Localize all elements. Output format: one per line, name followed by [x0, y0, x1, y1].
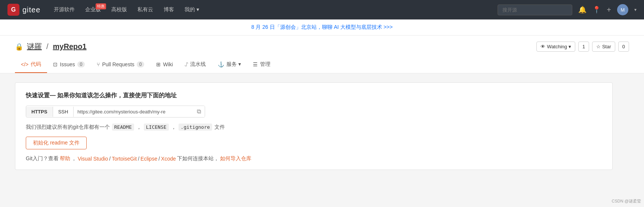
eclipse-link[interactable]: Eclipse	[140, 156, 157, 162]
wiki-icon: ⊞	[156, 61, 161, 67]
tab-issues[interactable]: ⊡ Issues 0	[47, 57, 91, 73]
nav-opensource[interactable]: 开源软件	[49, 4, 79, 15]
repo-owner-link[interactable]: 谜羅	[27, 42, 42, 52]
issues-badge: 0	[77, 61, 85, 67]
logo-link[interactable]: G gitee	[7, 4, 40, 16]
sep2: /	[138, 156, 139, 162]
nav-enterprise[interactable]: 企业版 特惠	[81, 4, 105, 15]
watch-count: 1	[578, 42, 589, 52]
help-link[interactable]: 帮助	[60, 155, 70, 162]
eye-icon: 👁	[541, 44, 545, 49]
repo-url-input[interactable]	[74, 107, 193, 117]
pr-badge: 0	[137, 61, 145, 67]
repo-header: 🔒 谜羅 / myRepo1 👁 Watching ▾ 1 ☆ Star 0 <…	[0, 36, 644, 73]
code-icon: </>	[21, 61, 28, 67]
watch-label: Watching	[547, 44, 567, 49]
nav-university[interactable]: 高校版	[107, 4, 131, 15]
nav-blog[interactable]: 博客	[159, 4, 179, 15]
recommend-text: 我们强烈建议所有的git仓库都有一个 README ， LICENSE ， .g…	[26, 124, 602, 131]
quick-setup-card: 快速设置— 如果你知道该怎么操作，直接使用下面的地址 HTTPS SSH ⧉ 我…	[15, 82, 613, 170]
star-button[interactable]: ☆ Star	[592, 42, 615, 52]
watch-button[interactable]: 👁 Watching ▾	[536, 42, 575, 52]
bell-icon[interactable]: 🔔	[578, 6, 586, 14]
add-icon[interactable]: +	[607, 6, 611, 14]
announcement-link[interactable]: 8 月 26 日「源创会」北京站，聊聊 AI 大模型与底层技术 >>>	[251, 24, 393, 30]
repo-actions: 👁 Watching ▾ 1 ☆ Star 0	[536, 42, 629, 52]
topnav-right: 🔔 📍 + M ▾	[498, 4, 637, 15]
nav-mine[interactable]: 我的 ▾	[180, 4, 204, 15]
main-content: 快速设置— 如果你知道该怎么操作，直接使用下面的地址 HTTPS SSH ⧉ 我…	[0, 73, 644, 207]
announcement-banner: 8 月 26 日「源创会」北京站，聊聊 AI 大模型与底层技术 >>>	[0, 19, 644, 36]
tab-manage-label: 管理	[260, 61, 270, 68]
enterprise-badge: 特惠	[96, 3, 106, 9]
star-count: 0	[618, 42, 629, 52]
issues-icon: ⊡	[53, 61, 58, 67]
repo-tabs: </> 代码 ⊡ Issues 0 ⑂ Pull Requests 0 ⊞ Wi…	[15, 56, 629, 73]
tab-code[interactable]: </> 代码	[15, 57, 47, 73]
gitignore-tag: .gitignore	[179, 124, 212, 131]
copy-icon[interactable]: ⧉	[193, 106, 205, 117]
visual-studio-link[interactable]: Visual Studio	[78, 156, 108, 162]
topnav-links: 开源软件 企业版 特惠 高校版 私有云 博客 我的 ▾	[49, 4, 498, 15]
lock-icon: 🔒	[15, 43, 23, 51]
git-intro-prefix: Git入门？查看	[26, 155, 59, 162]
https-button[interactable]: HTTPS	[26, 107, 53, 117]
nav-private-cloud[interactable]: 私有云	[133, 4, 158, 15]
tab-pr-label: Pull Requests	[102, 61, 134, 67]
tab-code-label: 代码	[31, 61, 41, 68]
tab-services[interactable]: ⚓ 服务 ▾	[212, 57, 247, 73]
repo-title-row: 🔒 谜羅 / myRepo1 👁 Watching ▾ 1 ☆ Star 0	[15, 42, 629, 56]
manage-icon: ☰	[253, 61, 258, 67]
logo-name: gitee	[22, 6, 40, 14]
tab-issues-label: Issues	[60, 61, 75, 67]
ssh-button[interactable]: SSH	[53, 107, 74, 117]
quick-setup-title: 快速设置— 如果你知道该怎么操作，直接使用下面的地址	[26, 92, 602, 100]
top-navigation: G gitee 开源软件 企业版 特惠 高校版 私有云 博客 我的 ▾ 🔔 📍 …	[0, 0, 644, 19]
sep1: /	[109, 156, 111, 162]
recommend-prefix: 我们强烈建议所有的git仓库都有一个	[26, 124, 110, 131]
pipeline-icon: ⑀	[185, 61, 188, 67]
repo-title: 🔒 谜羅 / myRepo1	[15, 42, 87, 52]
import-repo-link[interactable]: 如何导入仓库	[220, 155, 251, 162]
tab-manage[interactable]: ☰ 管理	[247, 57, 276, 73]
tab-pr[interactable]: ⑂ Pull Requests 0	[91, 57, 150, 73]
tab-services-label: 服务 ▾	[226, 61, 241, 68]
tab-wiki-label: Wiki	[163, 61, 173, 67]
logo-g-icon: G	[7, 4, 19, 16]
tortoisegit-link[interactable]: TortoiseGit	[112, 156, 137, 162]
repo-separator: /	[46, 42, 49, 51]
location-icon[interactable]: 📍	[592, 6, 601, 14]
services-icon: ⚓	[218, 61, 224, 67]
init-readme-button[interactable]: 初始化 readme 文件	[26, 137, 87, 149]
repo-name-link[interactable]: myRepo1	[53, 42, 87, 51]
avatar[interactable]: M	[617, 4, 628, 15]
tab-wiki[interactable]: ⊞ Wiki	[150, 57, 179, 73]
xcode-link[interactable]: Xcode	[161, 156, 176, 162]
git-intro-mid: 下如何连接本站，	[177, 155, 219, 162]
readme-tag: README	[112, 124, 134, 131]
tab-pipeline-label: 流水线	[190, 61, 206, 68]
sep3: /	[158, 156, 160, 162]
star-label: ☆ Star	[596, 44, 611, 49]
csdn-badge: CSDN @谜柔莹	[612, 198, 641, 204]
avatar-dropdown-icon[interactable]: ▾	[634, 7, 637, 12]
git-intro: Git入门？查看 帮助 ， Visual Studio / TortoiseGi…	[26, 155, 602, 162]
license-tag: LICENSE	[144, 124, 169, 131]
tab-pipeline[interactable]: ⑀ 流水线	[179, 57, 212, 73]
pr-icon: ⑂	[97, 61, 100, 67]
url-row: HTTPS SSH ⧉	[26, 106, 205, 118]
search-input[interactable]	[498, 4, 572, 15]
watch-dropdown-icon: ▾	[569, 44, 571, 49]
